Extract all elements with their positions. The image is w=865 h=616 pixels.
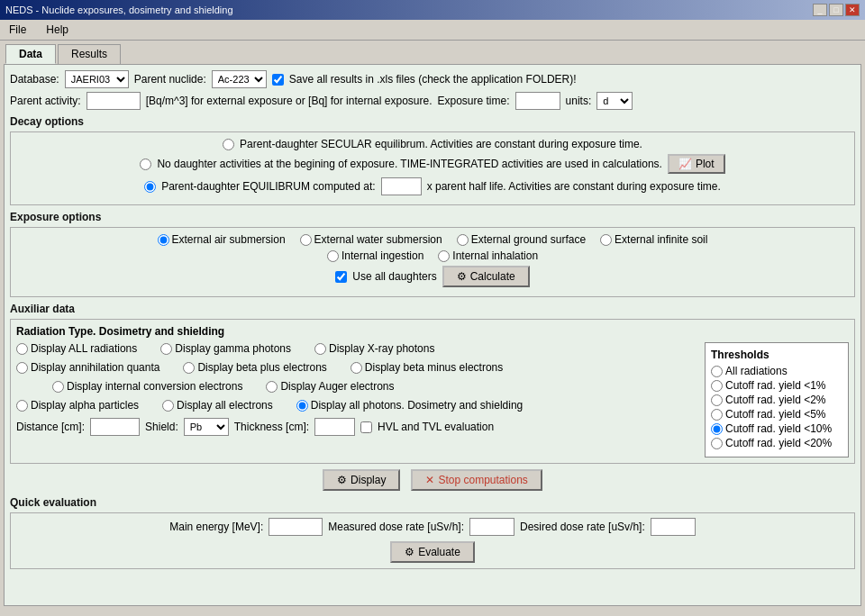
database-select[interactable]: JAERI03ICRP107ENDF	[65, 70, 129, 88]
decay-radio2-row: No daughter activities at the begining o…	[16, 154, 849, 174]
exp-ext-air-radio[interactable]	[158, 234, 169, 246]
shield-label: Shield:	[145, 421, 178, 433]
rad-int-conv: Display internal conversion electrons	[52, 380, 242, 393]
tab-data[interactable]: Data	[5, 44, 56, 64]
rad-row1: Display ALL radiations Display gamma pho…	[16, 342, 696, 355]
time-unit-select[interactable]: dhy	[596, 92, 633, 110]
rad-all-photons-radio[interactable]	[296, 400, 308, 412]
decay-radio2[interactable]	[140, 159, 151, 170]
rad-alpha-radio[interactable]	[16, 400, 28, 412]
save-xls-label: Save all results in .xls files (check th…	[289, 73, 577, 86]
exposure-time-input[interactable]: 180	[515, 92, 560, 110]
decay-radio1-label: Parent-daughter SECULAR equilibrum. Acti…	[240, 138, 642, 150]
decay-radio1[interactable]	[223, 139, 234, 150]
threshold-20pct-radio[interactable]	[711, 438, 723, 449]
rad-all-elec-radio[interactable]	[162, 400, 174, 412]
rad-section-title: Radiation Type. Dosimetry and shielding	[16, 325, 849, 338]
tab-bar: Data Results	[0, 41, 865, 64]
rad-annihil-radio[interactable]	[16, 362, 28, 374]
threshold-1pct-label: Cutoff rad. yield <1%	[725, 379, 826, 392]
rad-auger-label: Display Auger electrons	[280, 380, 394, 393]
threshold-2pct: Cutoff rad. yield <2%	[711, 394, 842, 406]
decay-radio3[interactable]	[144, 181, 156, 193]
menu-help[interactable]: Help	[41, 22, 74, 38]
exposure-time-label: Exposure time:	[438, 95, 510, 107]
evaluate-button[interactable]: ⚙ Evaluate	[390, 541, 475, 563]
use-all-daughters-checkbox[interactable]	[335, 271, 347, 283]
hvl-tvl-label: HVL and TVL evaluation	[378, 421, 494, 433]
decay-radio3-value[interactable]: 10	[381, 177, 422, 195]
threshold-all-radio[interactable]	[711, 366, 723, 377]
rad-row3: Display internal conversion electrons Di…	[16, 380, 696, 393]
maximize-button[interactable]: □	[829, 4, 843, 16]
close-button[interactable]: ✕	[845, 4, 860, 16]
rad-xray-radio[interactable]	[314, 343, 326, 355]
exp-ext-water-label: External water submersion	[314, 233, 442, 246]
title-bar: NEDS - Nuclide exposures, dosimetry and …	[0, 0, 865, 20]
threshold-5pct-radio[interactable]	[711, 409, 723, 421]
threshold-2pct-label: Cutoff rad. yield <2%	[725, 394, 826, 406]
desired-dose-input[interactable]: 0.2	[651, 518, 696, 536]
threshold-1pct-radio[interactable]	[711, 380, 723, 392]
exp-ext-water: External water submersion	[300, 233, 442, 246]
rad-int-conv-label: Display internal conversion electrons	[67, 380, 242, 393]
exp-int-ing: Internal ingestion	[327, 249, 423, 262]
rad-alpha-label: Display alpha particles	[31, 399, 139, 412]
parent-nuclide-select[interactable]: Ac-223U-238Th-232	[212, 70, 267, 88]
threshold-10pct-label: Cutoff rad. yield <10%	[725, 422, 832, 435]
exposure-radio-group2: Internal ingestion Internal inhalation	[16, 249, 849, 262]
action-buttons-row: ⚙ Display ✕ Stop computations	[10, 469, 855, 491]
menu-file[interactable]: File	[4, 22, 32, 38]
main-content: Database: JAERI03ICRP107ENDF Parent nucl…	[4, 64, 861, 606]
exp-ext-ground-label: External ground surface	[471, 233, 586, 246]
measured-dose-input[interactable]: 2.2	[469, 518, 514, 536]
save-xls-checkbox[interactable]	[272, 74, 284, 86]
auxiliar-data-box: Radiation Type. Dosimetry and shielding …	[10, 319, 855, 464]
rad-beta-minus-radio[interactable]	[351, 362, 362, 374]
thickness-input[interactable]: 0.3	[314, 418, 355, 436]
threshold-10pct-radio[interactable]	[711, 423, 723, 435]
main-energy-input[interactable]: 0.125	[269, 518, 323, 536]
rad-gamma-radio[interactable]	[160, 343, 172, 355]
threshold-2pct-radio[interactable]	[711, 394, 723, 406]
exp-ext-water-radio[interactable]	[300, 234, 312, 246]
exp-ext-soil: External infinite soil	[600, 233, 707, 246]
exp-int-ing-radio[interactable]	[327, 250, 339, 262]
quick-eval-row: Main energy [MeV]: 0.125 Measured dose r…	[16, 518, 849, 536]
exp-ext-soil-radio[interactable]	[600, 234, 612, 246]
rad-all-radio[interactable]	[16, 343, 28, 355]
top-row: Database: JAERI03ICRP107ENDF Parent nucl…	[10, 70, 855, 88]
decay-radio1-row: Parent-daughter SECULAR equilibrum. Acti…	[16, 138, 849, 150]
measured-dose-label: Measured dose rate [uSv/h]:	[328, 521, 464, 533]
calculate-gear-icon: ⚙	[457, 270, 467, 283]
stop-button[interactable]: ✕ Stop computations	[411, 469, 542, 491]
rad-xray-label: Display X-ray photons	[329, 342, 434, 355]
thickness-label: Thickness [cm]:	[234, 421, 309, 433]
rad-auger-radio[interactable]	[266, 381, 278, 393]
minimize-button[interactable]: _	[813, 4, 827, 16]
plot-button[interactable]: 📈 Plot	[668, 154, 725, 174]
parent-activity-input[interactable]: 400	[86, 92, 141, 110]
use-all-daughters-row: Use all daughters ⚙ Calculate	[16, 266, 849, 287]
calculate-button[interactable]: ⚙ Calculate	[442, 266, 530, 287]
exposure-options-header: Exposure options	[10, 211, 855, 223]
exp-ext-air-label: External air submersion	[172, 233, 286, 246]
shield-select[interactable]: PbFeAlWaterConcrete	[184, 418, 229, 436]
rad-int-conv-radio[interactable]	[52, 381, 64, 393]
display-button[interactable]: ⚙ Display	[323, 469, 400, 491]
exp-int-ing-label: Internal ingestion	[341, 249, 423, 262]
rad-beta-plus-radio[interactable]	[183, 362, 195, 374]
rad-and-thresholds: Display ALL radiations Display gamma pho…	[16, 342, 849, 457]
use-all-daughters-label: Use all daughters	[352, 270, 436, 283]
tab-results[interactable]: Results	[58, 44, 121, 64]
exp-int-inh-radio[interactable]	[438, 250, 450, 262]
hvl-tvl-checkbox[interactable]	[360, 421, 372, 433]
rad-gamma: Display gamma photons	[160, 342, 291, 355]
parent-nuclide-label: Parent nuclide:	[134, 73, 206, 86]
decay-radio3-row: Parent-daughter EQUILIBRUM computed at: …	[16, 177, 849, 195]
exp-ext-ground-radio[interactable]	[457, 234, 469, 246]
distance-input[interactable]: 100.0	[90, 418, 140, 436]
rad-all-photons-label: Display all photons. Dosimetry and shiel…	[311, 399, 523, 412]
thresholds-box: Thresholds All radiations Cutoff rad. yi…	[705, 342, 849, 457]
threshold-5pct: Cutoff rad. yield <5%	[711, 408, 842, 421]
